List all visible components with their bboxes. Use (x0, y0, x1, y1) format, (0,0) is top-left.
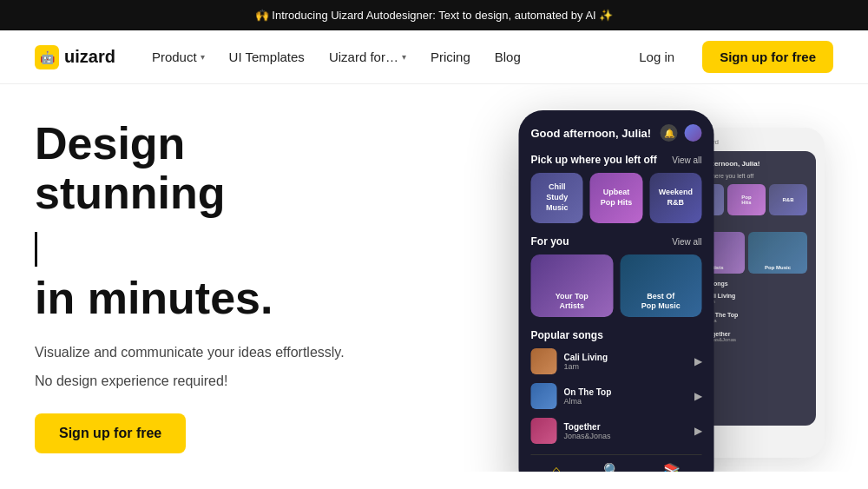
pick-up-view-all: View all (672, 155, 701, 165)
phone-nav-library-icon[interactable]: 📚 (663, 462, 681, 472)
bell-icon: 🔔 (661, 124, 678, 142)
pick-up-section-header: Pick up where you left off View all (531, 154, 702, 166)
hero-heading-line1: Design (35, 118, 185, 169)
nav-pricing[interactable]: Pricing (420, 44, 481, 69)
song-info-1: Cali Living 1am (564, 353, 687, 371)
announcement-banner: 🙌 Introducing Uizard Autodesigner: Text … (0, 0, 868, 30)
banner-text: 🙌 Introducing Uizard Autodesigner: Text … (255, 9, 614, 22)
fy-card-artists[interactable]: Your TopArtists (531, 254, 614, 317)
song-artist-1: 1am (564, 362, 687, 371)
hero-section: Design stunning in minutes. Visualize an… (0, 84, 868, 472)
nav-right: Log in Sign up for free (625, 41, 833, 73)
nav-uizard-for-label: Uizard for… (329, 50, 398, 64)
logo[interactable]: 🤖 uizard (35, 45, 115, 69)
signup-label: Sign up for free (720, 50, 816, 64)
hero-subtext-1: Visualize and communicate your ideas eff… (35, 341, 399, 364)
phone-nav-search-icon[interactable]: 🔍 (603, 462, 621, 472)
secondary-card-weekend: R&B (769, 184, 807, 215)
phone-header: Good afternoon, Julia! 🔔 (531, 124, 702, 142)
secondary-song-name-2: On The Top (705, 312, 807, 318)
chevron-down-icon: ▾ (201, 52, 205, 62)
navbar: 🤖 uizard Product ▾ UI Templates Uizard f… (0, 30, 868, 84)
fy-card-pop-label: Best OfPop Music (641, 292, 681, 312)
nav-templates[interactable]: UI Templates (219, 44, 315, 69)
nav-templates-label: UI Templates (229, 50, 305, 64)
secondary-song-artist-2: Alma (705, 318, 807, 323)
song-artist-2: Alma (564, 397, 687, 406)
song-thumb-2 (531, 383, 557, 409)
music-cards: ChillStudy Music UpbeatPop Hits WeekendR… (531, 173, 702, 223)
song-row-1[interactable]: Cali Living 1am ▶ (531, 348, 702, 374)
music-card-weekend-label: WeekendR&B (659, 188, 693, 208)
music-card-weekend[interactable]: WeekendR&B (649, 173, 701, 223)
secondary-song-name-3: Together (705, 331, 807, 337)
logo-icon: 🤖 (35, 45, 59, 69)
song-info-2: On The Top Alma (564, 387, 687, 406)
hero-divider (35, 232, 37, 267)
avatar-icon (685, 124, 702, 142)
hero-subtext-2: No design experience required! (35, 373, 399, 389)
nav-product-label: Product (152, 50, 197, 64)
nav-uizard-for[interactable]: Uizard for… ▾ (319, 44, 417, 69)
hero-heading-line2: stunning (35, 168, 226, 218)
song-info-3: Together Jonas&Jonas (564, 422, 687, 440)
nav-blog-label: Blog (495, 50, 521, 64)
for-you-cards: Your TopArtists Best OfPop Music (531, 254, 702, 317)
music-card-upbeat-label: UpbeatPop Hits (601, 188, 633, 208)
song-name-2: On The Top (564, 387, 687, 397)
nav-links: Product ▾ UI Templates Uizard for… ▾ Pri… (141, 44, 625, 69)
for-you-view-all: View all (672, 237, 701, 247)
nav-pricing-label: Pricing (431, 50, 470, 64)
login-label: Log in (639, 50, 674, 64)
phone-nav-home-icon[interactable]: ⌂ (552, 463, 561, 472)
nav-blog[interactable]: Blog (484, 44, 531, 69)
phone-navbar: ⌂ 🔍 📚 (531, 454, 702, 472)
song-name-1: Cali Living (564, 353, 687, 362)
song-thumb-1 (531, 348, 557, 374)
nav-product[interactable]: Product ▾ (141, 44, 215, 69)
song-name-3: Together (564, 422, 687, 432)
secondary-song-name-1: Cali Living (705, 293, 807, 299)
hero-text: Design stunning in minutes. Visualize an… (35, 110, 399, 472)
phone-greeting: Good afternoon, Julia! (531, 127, 652, 140)
secondary-pop-card: Pop Music (748, 232, 807, 274)
for-you-section-header: For you View all (531, 235, 702, 248)
secondary-song-artist-1: 1am (705, 299, 807, 304)
secondary-song-info-1: Cali Living 1am (705, 293, 807, 304)
song-artist-3: Jonas&Jonas (564, 432, 687, 440)
fy-card-artists-label: Your TopArtists (556, 292, 589, 312)
hero-visuals: 4. Dashboard Good afternoon, Julia! Pick… (399, 110, 833, 472)
play-button-2[interactable]: ▶ (694, 390, 702, 402)
pick-up-title: Pick up where you left off (531, 154, 657, 166)
secondary-song-info-3: Together Jonas&Jonas (705, 331, 807, 342)
play-button-3[interactable]: ▶ (694, 425, 702, 437)
hero-signup-label: Sign up for free (59, 426, 161, 440)
hero-heading: Design stunning (35, 119, 399, 218)
login-button[interactable]: Log in (625, 43, 688, 71)
logo-text: uizard (64, 47, 115, 67)
phone-header-icons: 🔔 (661, 124, 702, 142)
fy-card-pop[interactable]: Best OfPop Music (620, 254, 702, 317)
song-row-3[interactable]: Together Jonas&Jonas ▶ (531, 418, 702, 444)
song-row-2[interactable]: On The Top Alma ▶ (531, 383, 702, 409)
music-card-chill[interactable]: ChillStudy Music (531, 173, 583, 223)
secondary-card-upbeat: PopHits (727, 184, 766, 215)
secondary-song-info-2: On The Top Alma (705, 312, 807, 323)
music-card-upbeat[interactable]: UpbeatPop Hits (590, 173, 642, 223)
hero-signup-button[interactable]: Sign up for free (35, 413, 186, 453)
chevron-down-icon-2: ▾ (402, 52, 406, 62)
phone-main: Good afternoon, Julia! 🔔 Pick up where y… (519, 110, 714, 472)
popular-songs-title: Popular songs (531, 329, 702, 341)
signup-button[interactable]: Sign up for free (702, 41, 833, 73)
for-you-title: For you (531, 235, 569, 248)
song-thumb-3 (531, 418, 557, 444)
music-card-chill-label: ChillStudy Music (536, 182, 578, 213)
phone-screen: Good afternoon, Julia! 🔔 Pick up where y… (519, 110, 714, 472)
hero-heading-line3: in minutes. (35, 274, 399, 323)
play-button-1[interactable]: ▶ (694, 355, 702, 367)
secondary-song-artist-3: Jonas&Jonas (705, 337, 807, 342)
